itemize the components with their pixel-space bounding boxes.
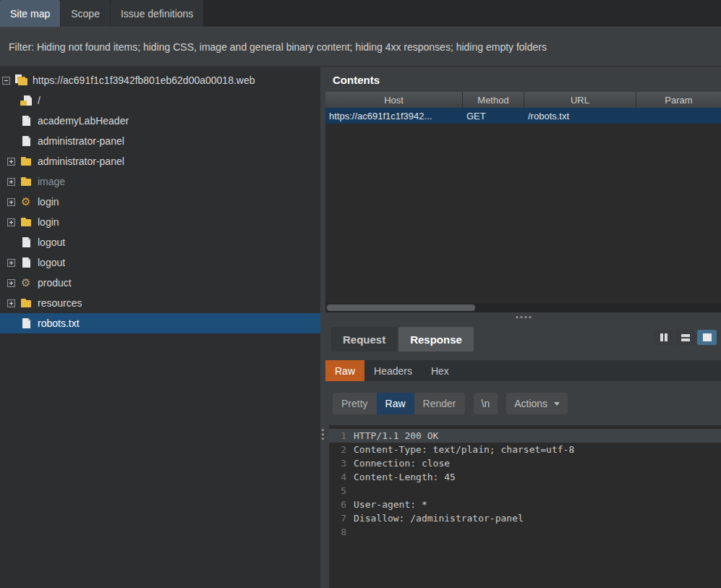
layout-rows-button[interactable] — [675, 330, 695, 345]
horizontal-splitter[interactable] — [325, 312, 721, 323]
tree-item-robots-txt[interactable]: robots.txt — [0, 313, 320, 333]
code-line[interactable]: 2 Content-Type: text/plain; charset=utf-… — [329, 443, 721, 456]
code-line[interactable]: 7 Disallow: /administrator-panel — [329, 511, 721, 525]
expand-icon[interactable] — [7, 299, 15, 307]
tree-item-label: academyLabHeader — [38, 115, 129, 127]
response-body-viewer[interactable]: 1 HTTP/1.1 200 OK 2 Content-Type: text/p… — [329, 425, 721, 588]
tree-item-logout-expandable[interactable]: logout — [0, 252, 320, 273]
tab-request[interactable]: Request — [331, 327, 397, 351]
tree-item-label: login — [38, 196, 59, 208]
file-icon — [20, 237, 33, 248]
tree-item-slash[interactable]: / — [0, 90, 320, 111]
tree-item-administrator-panel-file[interactable]: administrator-panel — [0, 131, 320, 151]
column-header-host[interactable]: Host — [325, 92, 463, 108]
subtab-hex[interactable]: Hex — [422, 360, 458, 381]
line-text: Disallow: /administrator-panel — [354, 511, 524, 525]
layout-single-button[interactable] — [697, 330, 717, 345]
horizontal-scrollbar[interactable] — [325, 303, 721, 312]
vertical-splitter[interactable] — [320, 67, 325, 588]
filter-text: Filter: Hiding not found items; hiding C… — [9, 41, 547, 53]
expand-icon[interactable] — [7, 218, 15, 226]
editor-subtab-bar: Raw Headers Hex — [325, 360, 721, 381]
tree-item-label: robots.txt — [38, 318, 80, 329]
contents-panel: Contents Host Method URL Param https://a… — [325, 67, 721, 312]
expand-icon[interactable] — [7, 259, 15, 267]
column-header-param[interactable]: Param — [636, 92, 721, 108]
tree-item-label: login — [38, 216, 59, 228]
contents-title: Contents — [325, 67, 721, 92]
line-number: 7 — [329, 511, 354, 525]
folder-icon — [20, 155, 33, 167]
top-tab-bar: Site map Scope Issue definitions — [0, 0, 721, 27]
cell-url: /robots.txt — [524, 108, 636, 124]
code-line[interactable]: 1 HTTP/1.1 200 OK — [329, 429, 721, 443]
line-text: Content-Length: 45 — [354, 470, 456, 484]
tree-item-label: administrator-panel — [38, 155, 124, 167]
cell-param — [636, 108, 721, 124]
site-icon — [15, 74, 28, 86]
splitter-grip-icon — [322, 429, 324, 440]
line-number: 8 — [329, 525, 354, 539]
tree-item-login-folder[interactable]: login — [0, 212, 320, 232]
expand-icon[interactable] — [7, 178, 15, 186]
raw-button[interactable]: Raw — [377, 393, 414, 414]
tree-item-login-gear[interactable]: login — [0, 192, 320, 212]
line-number: 6 — [329, 498, 354, 511]
tree-item-label: image — [38, 176, 65, 187]
expand-icon[interactable] — [7, 279, 15, 287]
tree-item-label: resources — [38, 297, 82, 309]
contents-empty-area — [325, 124, 721, 303]
expand-icon[interactable] — [7, 198, 15, 206]
tree-item-logout-file[interactable]: logout — [0, 232, 320, 252]
subtab-headers[interactable]: Headers — [364, 360, 422, 381]
pretty-button[interactable]: Pretty — [333, 393, 377, 414]
code-line[interactable]: 6 User-agent: * — [329, 498, 721, 511]
code-line[interactable]: 3 Connection: close — [329, 456, 721, 470]
file-icon — [20, 257, 33, 268]
tree-item-label: logout — [38, 237, 65, 248]
tree-item-product[interactable]: product — [0, 273, 320, 293]
column-header-method[interactable]: Method — [463, 92, 524, 108]
filter-bar[interactable]: Filter: Hiding not found items; hiding C… — [0, 27, 721, 67]
file-icon — [20, 95, 33, 106]
tree-item-image[interactable]: image — [0, 171, 320, 192]
show-newlines-button[interactable]: \n — [474, 393, 498, 414]
line-text: Content-Type: text/plain; charset=utf-8 — [354, 443, 574, 456]
layout-columns-button[interactable] — [654, 330, 673, 345]
tree-item-label: product — [38, 277, 72, 289]
tab-response[interactable]: Response — [398, 327, 474, 351]
collapse-icon[interactable] — [2, 77, 10, 85]
tab-site-map[interactable]: Site map — [0, 0, 60, 27]
tab-scope[interactable]: Scope — [61, 0, 110, 27]
code-line[interactable]: 5 — [329, 484, 721, 498]
line-number: 5 — [329, 484, 354, 498]
actions-button[interactable]: Actions — [506, 393, 568, 414]
file-icon — [20, 318, 33, 329]
gear-icon — [20, 277, 33, 289]
column-header-url[interactable]: URL — [524, 92, 636, 108]
subtab-raw[interactable]: Raw — [325, 360, 364, 381]
tree-item-academylabheader[interactable]: academyLabHeader — [0, 111, 320, 131]
line-text: HTTP/1.1 200 OK — [354, 429, 438, 443]
tree-item-administrator-panel-folder[interactable]: administrator-panel — [0, 151, 320, 171]
splitter-grip-icon — [516, 316, 531, 318]
tree-item-label: administrator-panel — [38, 135, 124, 147]
line-number: 1 — [329, 429, 354, 443]
tree-item-resources[interactable]: resources — [0, 293, 320, 313]
site-map-tree: https://ac691f1c1f3942fb801eb62d00a00018… — [0, 67, 320, 588]
layout-buttons — [654, 330, 717, 345]
table-row[interactable]: https://ac691f1c1f3942... GET /robots.tx… — [325, 108, 721, 124]
folder-icon — [20, 216, 33, 228]
line-text: User-agent: * — [354, 498, 427, 511]
expand-icon[interactable] — [7, 158, 15, 166]
line-text: Connection: close — [354, 456, 450, 470]
tab-issue-definitions[interactable]: Issue definitions — [111, 0, 203, 27]
message-editor: Request Response Raw Headers Hex Pretty … — [325, 323, 721, 588]
line-number: 3 — [329, 456, 354, 470]
code-line[interactable]: 8 — [329, 525, 721, 539]
file-icon — [20, 115, 33, 127]
code-line[interactable]: 4 Content-Length: 45 — [329, 470, 721, 484]
render-button[interactable]: Render — [414, 393, 465, 414]
tree-item-root-host[interactable]: https://ac691f1c1f3942fb801eb62d00a00018… — [0, 70, 320, 90]
scrollbar-thumb[interactable] — [327, 304, 475, 311]
